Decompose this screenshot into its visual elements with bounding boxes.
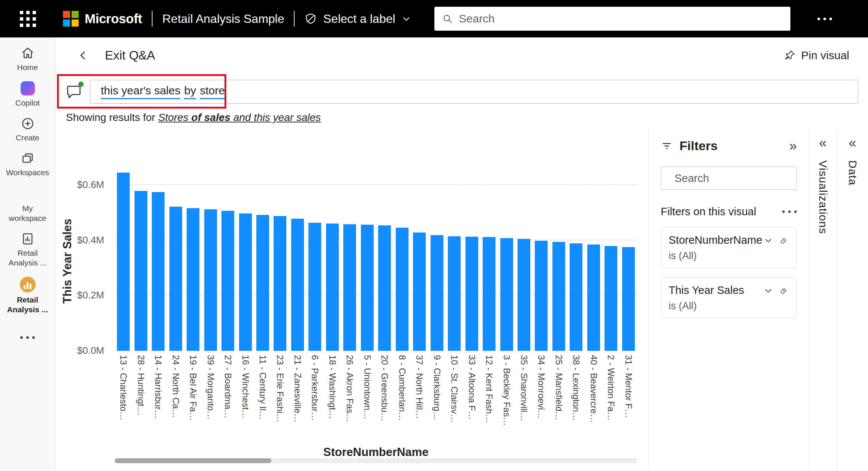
bar[interactable]: [135, 191, 147, 351]
more-options-icon[interactable]: [817, 18, 832, 20]
filters-panel: Filters » Filters on this visual StoreNu…: [648, 128, 809, 471]
scrollbar-thumb[interactable]: [115, 458, 271, 463]
bar[interactable]: [552, 242, 565, 351]
x-axis-label: 40 - Beavercre…: [588, 355, 599, 423]
bar[interactable]: [605, 246, 617, 351]
x-label-slot: 2 - Weirton Fa…: [602, 355, 620, 443]
y-tick-label: $0.2M: [77, 289, 104, 301]
chart-horizontal-scrollbar[interactable]: [115, 458, 637, 463]
x-axis-label: 24 - North Ca…: [171, 355, 181, 418]
bar[interactable]: [256, 215, 269, 351]
bar[interactable]: [361, 225, 374, 351]
bar[interactable]: [622, 247, 635, 351]
visualizations-pane-label[interactable]: Visualizations: [817, 160, 829, 234]
bar[interactable]: [500, 238, 513, 351]
bar-slot: [341, 171, 358, 351]
bar[interactable]: [483, 237, 495, 351]
bar[interactable]: [204, 209, 217, 351]
filters-more-icon[interactable]: [782, 210, 797, 213]
filters-search-input[interactable]: [675, 172, 816, 185]
bar[interactable]: [169, 207, 182, 351]
sidebar-item-label: Retail Analysis ...: [0, 248, 55, 268]
expand-data-icon[interactable]: «: [849, 136, 856, 150]
bar[interactable]: [518, 239, 530, 351]
bar[interactable]: [587, 244, 600, 351]
nav-more-icon[interactable]: [20, 336, 35, 339]
bar-slot: [236, 171, 254, 351]
bar[interactable]: [431, 235, 443, 351]
bar[interactable]: [152, 192, 165, 351]
eraser-icon[interactable]: [779, 236, 789, 245]
bar[interactable]: [239, 213, 252, 351]
bar[interactable]: [187, 208, 199, 351]
bar-slot: [132, 171, 149, 351]
x-label-slot: 27 - Boardma…: [219, 355, 236, 443]
x-axis-labels: 13 - Charlesto…28 - Huntingt…14 - Harris…: [115, 355, 637, 443]
x-label-slot: 14 - Harrisbur…: [150, 355, 167, 443]
bar[interactable]: [378, 225, 391, 351]
x-label-slot: 19 - Bel Air Fa…: [184, 355, 202, 443]
global-search-input[interactable]: [459, 12, 783, 25]
restatement-phrase[interactable]: Stores of sales and this year sales: [158, 112, 321, 123]
qna-term: store: [200, 84, 225, 99]
back-button[interactable]: [77, 49, 89, 61]
y-tick-label: $0.6M: [77, 179, 104, 191]
x-axis-label: 37 - North Hill…: [414, 355, 425, 419]
x-axis-label: 8 - Cumberlan…: [397, 355, 407, 421]
global-search-box[interactable]: [434, 7, 790, 31]
chevron-down-icon[interactable]: [763, 236, 773, 245]
bar[interactable]: [413, 233, 426, 351]
x-label-slot: 40 - Beavercre…: [585, 355, 602, 443]
bar[interactable]: [396, 228, 409, 351]
filters-search-box[interactable]: [661, 167, 797, 190]
sidebar-item-copilot[interactable]: Copilot: [0, 81, 55, 108]
app-launcher-button[interactable]: [0, 11, 55, 27]
bar[interactable]: [117, 173, 130, 351]
filter-card-storenumbername[interactable]: StoreNumberName is (All): [661, 227, 797, 268]
sidebar-item-home[interactable]: Home: [0, 46, 55, 72]
chevron-down-icon[interactable]: [763, 286, 773, 295]
x-axis-label: 21 - Zanesville…: [292, 355, 303, 422]
x-axis-label: 11 - Century Il…: [257, 355, 268, 420]
bar-slot: [602, 171, 620, 351]
expand-visualizations-icon[interactable]: «: [819, 136, 826, 150]
sidebar-item-my-workspace[interactable]: My workspace: [0, 204, 55, 223]
sidebar-item-workspaces[interactable]: Workspaces: [0, 152, 55, 177]
x-label-slot: 13 - Charlesto…: [115, 355, 132, 443]
eraser-icon[interactable]: [779, 286, 789, 295]
x-label-slot: 39 - Morganto…: [202, 355, 219, 443]
filter-condition: is (All): [669, 300, 789, 312]
bar[interactable]: [274, 216, 286, 351]
workspaces-icon: [21, 152, 34, 165]
x-axis-title: StoreNumberName: [115, 446, 637, 459]
y-tick-label: $0.4M: [77, 234, 104, 246]
home-icon: [21, 46, 34, 60]
bar[interactable]: [326, 224, 339, 351]
bar[interactable]: [343, 224, 356, 351]
x-axis-label: 39 - Morganto…: [205, 355, 216, 420]
sensitivity-label-selector[interactable]: Select a label: [304, 12, 411, 26]
sidebar-item-retail-analysis-app[interactable]: Retail Analysis ...: [0, 277, 55, 314]
filters-section-title: Filters on this visual: [661, 206, 756, 218]
bar[interactable]: [570, 243, 582, 351]
bar[interactable]: [221, 211, 234, 351]
bar[interactable]: [448, 236, 461, 351]
bar-chart-visual: This Year Sales $0.0M$0.2M$0.4M$0.6M 13 …: [55, 128, 648, 471]
microsoft-logo[interactable]: Microsoft: [63, 11, 142, 27]
x-axis-label: 31 - Mentor F…: [623, 355, 634, 418]
brand-text: Microsoft: [85, 11, 142, 26]
pin-visual-button[interactable]: Pin visual: [784, 49, 849, 62]
x-label-slot: 9 - Clarksburg…: [428, 355, 445, 443]
filter-condition: is (All): [669, 250, 789, 262]
qna-question-input[interactable]: this year's sales by store: [90, 80, 858, 104]
main-content: Exit Q&A Pin visual this year's sales by…: [55, 37, 868, 471]
filter-card-this-year-sales[interactable]: This Year Sales is (All): [661, 277, 797, 318]
bar[interactable]: [535, 241, 548, 351]
collapse-filters-icon[interactable]: »: [789, 139, 797, 153]
sidebar-item-retail-analysis-report[interactable]: Retail Analysis ...: [0, 232, 55, 268]
bar[interactable]: [465, 237, 478, 351]
sidebar-item-create[interactable]: Create: [0, 117, 55, 143]
bar[interactable]: [308, 223, 321, 351]
bar[interactable]: [291, 219, 304, 351]
data-pane-label[interactable]: Data: [846, 160, 859, 185]
